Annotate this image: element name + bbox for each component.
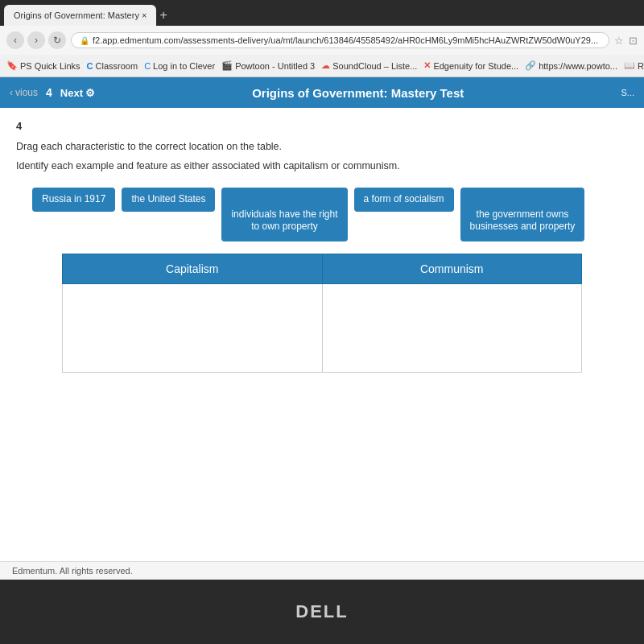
capitalism-header: Capitalism [63,254,323,283]
laptop-bezel: DELL [0,580,644,644]
forward-button[interactable]: › [27,31,45,49]
instructions-2: Identify each example and feature as eit… [16,159,628,174]
bookmark-label: Powtoon - Untitled 3 [235,61,315,71]
drag-items-container: Russia in 1917 the United States individ… [32,188,628,242]
bookmarks-bar: 🔖 PS Quick Links C Classroom C Log in to… [0,55,644,77]
drag-item-russia[interactable]: Russia in 1917 [32,188,115,212]
bookmark-label: Reading Plus | Ada... [638,61,644,71]
bookmark-label: https://www.powto... [539,61,617,71]
next-label: Next [60,87,83,99]
edgenuity-icon: ✕ [423,60,431,71]
back-button[interactable]: ‹ [6,31,24,49]
footer: Edmentum. All rights reserved. [0,561,644,580]
footer-text: Edmentum. All rights reserved. [12,566,133,576]
bookmark-label: PS Quick Links [20,61,80,71]
powto-icon: 🔗 [525,60,536,71]
bookmark-edgenuity[interactable]: ✕ Edgenuity for Stude... [423,60,518,71]
chevron-left-icon: ‹ [10,87,13,98]
communism-header: Communism [322,254,582,283]
table-row [63,283,582,372]
drag-item-united-states[interactable]: the United States [122,188,215,212]
drop-table: Capitalism Communism [62,254,582,373]
bookmark-powtoon[interactable]: 🎬 Powtoon - Untitled 3 [221,60,315,71]
dell-logo: DELL [295,601,348,622]
bookmark-label: Log in to Clever [153,61,215,71]
bookmark-powto[interactable]: 🔗 https://www.powto... [525,60,617,71]
bookmark-classroom[interactable]: C Classroom [87,61,138,71]
tab-bar: Origins of Government: Mastery × + [0,0,644,26]
url-bar[interactable]: 🔒 f2.app.edmentum.com/assessments-delive… [71,32,609,48]
gear-icon: ⚙ [85,87,95,99]
question-number: 4 [16,120,628,132]
bookmark-reading-plus[interactable]: 📖 Reading Plus | Ada... [624,60,644,71]
bookmark-icon: 🔖 [6,60,18,71]
extension-icon[interactable]: ⊡ [629,35,638,47]
content-area: 4 Drag each characteristic to the correc… [0,108,644,580]
instructions-1: Drag each characteristic to the correct … [16,140,628,155]
classroom-icon: C [87,61,93,71]
bookmark-label: Classroom [96,61,138,71]
next-button[interactable]: Next ⚙ [60,87,95,99]
soundcloud-icon: ☁ [321,60,330,71]
save-indicator: S... [621,88,634,97]
bookmark-soundcloud[interactable]: ☁ SoundCloud – Liste... [321,60,417,71]
previous-label: vious [15,87,38,98]
reading-icon: 📖 [624,60,635,71]
previous-button[interactable]: ‹ vious [10,87,38,98]
drag-item-socialism[interactable]: a form of socialism [354,188,454,212]
bookmark-star-icon[interactable]: ☆ [614,35,624,47]
question-number-display: 4 [46,86,52,99]
nav-buttons: ‹ › ↻ [6,31,66,49]
drag-item-individuals[interactable]: individuals have the right to own proper… [221,188,347,242]
bookmark-label: SoundCloud – Liste... [332,61,417,71]
bookmark-clever[interactable]: C Log in to Clever [144,61,215,71]
powtoon-icon: 🎬 [221,60,233,71]
capitalism-drop-zone[interactable] [63,283,323,372]
bookmark-ps-quick-links[interactable]: 🔖 PS Quick Links [6,60,80,71]
lock-icon: 🔒 [80,36,89,45]
address-bar: ‹ › ↻ 🔒 f2.app.edmentum.com/assessments-… [0,26,644,55]
drag-item-government-owns[interactable]: the government owns businesses and prope… [460,188,585,242]
url-text: f2.app.edmentum.com/assessments-delivery… [93,35,598,45]
edmentum-toolbar: ‹ vious 4 Next ⚙ Origins of Government: … [0,77,644,108]
tab-title: Origins of Government: Mastery × [14,10,147,20]
bookmark-label: Edgenuity for Stude... [433,61,518,71]
active-tab[interactable]: Origins of Government: Mastery × [4,5,156,26]
communism-drop-zone[interactable] [322,283,582,372]
refresh-button[interactable]: ↻ [48,31,66,49]
page-title: Origins of Government: Mastery Test [103,86,613,100]
clever-icon: C [144,61,151,71]
new-tab-button[interactable]: + [159,8,167,23]
